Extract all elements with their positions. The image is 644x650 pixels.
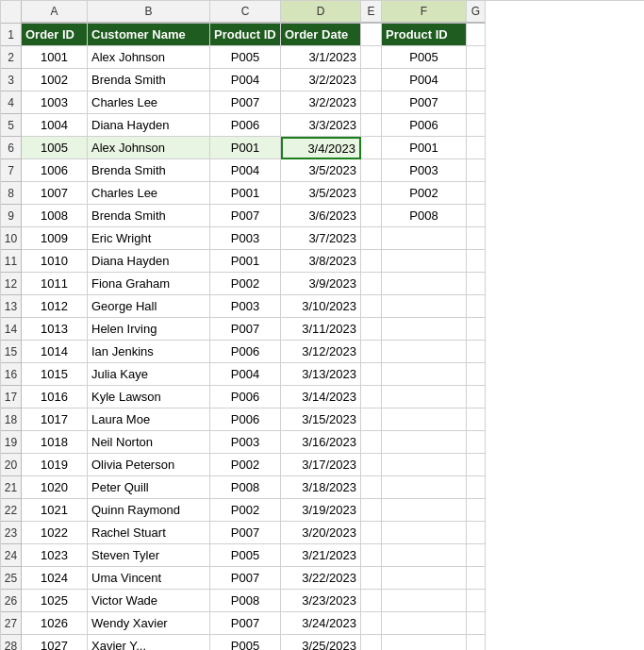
cell-e-26 (361, 590, 382, 612)
cell-e-15 (361, 341, 382, 363)
cell-b-3: Brenda Smith (88, 69, 210, 92)
cell-e-23 (361, 522, 382, 544)
cell-a-23: 1022 (22, 522, 88, 544)
cell-f-10 (382, 227, 467, 250)
cell-f-2: P005 (382, 46, 467, 69)
cell-f-20 (382, 454, 467, 476)
cell-b-12: Fiona Graham (88, 273, 210, 295)
cell-a-28: 1027 (22, 635, 88, 650)
cell-d-5: 3/3/2023 (281, 114, 361, 137)
cell-c-14: P007 (210, 318, 281, 341)
row-header-17: 17 (1, 386, 22, 408)
spreadsheet: ABCDEFG1Order IDCustomer NameProduct IDO… (0, 0, 644, 650)
cell-b-20: Olivia Peterson (88, 454, 210, 476)
cell-c-22: P002 (210, 499, 281, 522)
cell-d-21: 3/18/2023 (281, 476, 361, 499)
cell-g-9 (467, 205, 486, 227)
cell-a-16: 1015 (22, 363, 88, 386)
cell-e-16 (361, 363, 382, 386)
header-cell-7 (467, 24, 486, 46)
cell-g-23 (467, 522, 486, 544)
row-header-12: 12 (1, 273, 22, 295)
cell-f-6: P001 (382, 137, 467, 159)
cell-b-21: Peter Quill (88, 476, 210, 499)
cell-d-10: 3/7/2023 (281, 227, 361, 250)
cell-f-14 (382, 318, 467, 341)
cell-b-13: George Hall (88, 295, 210, 318)
row-header-9: 9 (1, 205, 22, 227)
row-header-27: 27 (1, 612, 22, 635)
row-header-4: 4 (1, 92, 22, 114)
cell-d-16: 3/13/2023 (281, 363, 361, 386)
row-header-19: 19 (1, 431, 22, 454)
cell-a-7: 1006 (22, 159, 88, 182)
cell-a-9: 1008 (22, 205, 88, 227)
cell-g-11 (467, 250, 486, 273)
cell-d-22: 3/19/2023 (281, 499, 361, 522)
row-header-7: 7 (1, 159, 22, 182)
cell-e-11 (361, 250, 382, 273)
cell-e-13 (361, 295, 382, 318)
row-header-13: 13 (1, 295, 22, 318)
cell-d-9: 3/6/2023 (281, 205, 361, 227)
cell-a-25: 1024 (22, 567, 88, 590)
cell-d-23: 3/20/2023 (281, 522, 361, 544)
cell-c-24: P005 (210, 544, 281, 567)
cell-f-11 (382, 250, 467, 273)
cell-g-22 (467, 499, 486, 522)
cell-f-24 (382, 544, 467, 567)
row-header-3: 3 (1, 69, 22, 92)
cell-e-22 (361, 499, 382, 522)
cell-c-4: P007 (210, 92, 281, 114)
cell-a-17: 1016 (22, 386, 88, 408)
cell-c-23: P007 (210, 522, 281, 544)
cell-a-20: 1019 (22, 454, 88, 476)
cell-e-7 (361, 159, 382, 182)
cell-c-11: P001 (210, 250, 281, 273)
cell-g-15 (467, 341, 486, 363)
col-header-row (1, 1, 22, 24)
cell-b-23: Rachel Stuart (88, 522, 210, 544)
cell-b-9: Brenda Smith (88, 205, 210, 227)
header-cell-6: Product ID (382, 24, 467, 46)
cell-d-6[interactable]: 3/4/2023 (281, 137, 361, 159)
cell-d-12: 3/9/2023 (281, 273, 361, 295)
cell-f-13 (382, 295, 467, 318)
cell-a-10: 1009 (22, 227, 88, 250)
cell-b-16: Julia Kaye (88, 363, 210, 386)
cell-g-12 (467, 273, 486, 295)
cell-c-12: P002 (210, 273, 281, 295)
cell-d-8: 3/5/2023 (281, 182, 361, 205)
cell-b-2: Alex Johnson (88, 46, 210, 69)
cell-c-27: P007 (210, 612, 281, 635)
cell-g-24 (467, 544, 486, 567)
row-header-26: 26 (1, 590, 22, 612)
cell-c-18: P006 (210, 408, 281, 431)
cell-g-26 (467, 590, 486, 612)
col-header-F: F (382, 1, 467, 24)
row-header-20: 20 (1, 454, 22, 476)
cell-e-21 (361, 476, 382, 499)
cell-c-19: P003 (210, 431, 281, 454)
cell-c-9: P007 (210, 205, 281, 227)
cell-b-25: Uma Vincent (88, 567, 210, 590)
cell-c-20: P002 (210, 454, 281, 476)
cell-a-15: 1014 (22, 341, 88, 363)
row-header-22: 22 (1, 499, 22, 522)
cell-g-6 (467, 137, 486, 159)
cell-b-8: Charles Lee (88, 182, 210, 205)
cell-f-4: P007 (382, 92, 467, 114)
row-header-6: 6 (1, 137, 22, 159)
cell-d-19: 3/16/2023 (281, 431, 361, 454)
row-header-2: 2 (1, 46, 22, 69)
cell-f-16 (382, 363, 467, 386)
cell-b-22: Quinn Raymond (88, 499, 210, 522)
cell-e-6 (361, 137, 382, 159)
cell-a-22: 1021 (22, 499, 88, 522)
cell-e-4 (361, 92, 382, 114)
cell-b-11: Diana Hayden (88, 250, 210, 273)
cell-d-14: 3/11/2023 (281, 318, 361, 341)
cell-a-26: 1025 (22, 590, 88, 612)
cell-b-5: Diana Hayden (88, 114, 210, 137)
cell-g-10 (467, 227, 486, 250)
